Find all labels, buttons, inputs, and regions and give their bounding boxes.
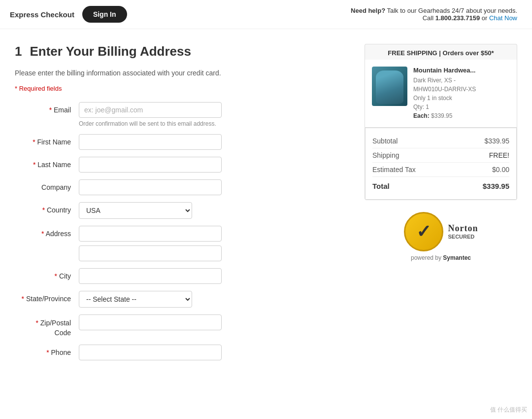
phone-input[interactable] — [79, 345, 222, 360]
state-select[interactable]: -- Select State -- — [79, 291, 192, 308]
header-left: Express Checkout Sign In — [10, 6, 127, 23]
symantec-text: powered by Symantec — [411, 254, 471, 261]
required-note: * Required fields — [15, 85, 345, 92]
product-stock: Only 1 in stock — [413, 94, 510, 103]
email-label: Email — [15, 102, 79, 114]
phone-field-group — [79, 345, 345, 360]
section-title: 1 Enter Your Billing Address — [15, 44, 345, 59]
state-row: State/Province -- Select State -- — [15, 291, 345, 308]
required-text: Required fields — [19, 85, 62, 92]
norton-badge: ✓ Norton SECURED powered by Symantec — [365, 212, 517, 261]
total-value: $339.95 — [483, 182, 509, 190]
order-totals: Subtotal $339.95 Shipping FREE! Estimate… — [365, 128, 517, 200]
each-label: Each: — [413, 112, 430, 119]
norton-label: Norton — [448, 223, 478, 234]
zip-input[interactable] — [79, 314, 222, 330]
need-help-text: Need help? — [351, 7, 385, 14]
help-line: Need help? Talk to our Gearheads 24/7 ab… — [351, 7, 517, 14]
phone-number: 1.800.233.7159 — [435, 14, 480, 22]
free-shipping-banner: FREE SHIPPING | Orders over $50* — [365, 44, 517, 60]
product-color-size: Dark River, XS - — [413, 76, 510, 85]
address-line2-input[interactable] — [79, 245, 222, 261]
product-sku: MHW010U-DARRIV-XS — [413, 85, 510, 94]
company-input[interactable] — [79, 179, 222, 195]
norton-icon: ✓ — [404, 212, 443, 251]
order-totals-inner: Subtotal $339.95 Shipping FREE! Estimate… — [365, 128, 517, 200]
first-name-field-group — [79, 134, 345, 150]
section-heading: Enter Your Billing Address — [30, 44, 191, 59]
jacket-shape — [376, 70, 403, 104]
shipping-value: FREE! — [489, 151, 509, 159]
norton-checkmark: ✓ — [416, 221, 431, 242]
help-description: Talk to our Gearheads 24/7 about your ne… — [385, 7, 517, 14]
product-info: Mountain Hardwea... Dark River, XS - MHW… — [413, 67, 510, 120]
form-description: Please enter the billing information ass… — [15, 69, 345, 77]
product-price: Each: $339.95 — [413, 111, 510, 120]
express-checkout-label: Express Checkout — [10, 10, 74, 19]
product-card: Mountain Hardwea... Dark River, XS - MHW… — [365, 60, 517, 128]
country-label: Country — [15, 202, 79, 214]
product-name: Mountain Hardwea... — [413, 67, 510, 74]
phone-row: Phone — [15, 345, 345, 360]
last-name-input[interactable] — [79, 157, 222, 173]
country-row: Country USA — [15, 202, 345, 219]
page-header: Express Checkout Sign In Need help? Talk… — [0, 0, 532, 29]
tax-label: Estimated Tax — [372, 166, 416, 174]
section-number: 1 — [15, 44, 22, 59]
each-price: $339.95 — [431, 112, 452, 119]
zip-label: Zip/Postal Code — [15, 314, 79, 338]
shipping-row: Shipping FREE! — [372, 148, 509, 163]
phone-label: Phone — [15, 345, 79, 356]
company-field-group — [79, 179, 345, 195]
chat-now-link[interactable]: Chat Now — [489, 14, 517, 22]
phone-line: Call 1.800.233.7159 or Chat Now — [351, 14, 517, 22]
state-field-group: -- Select State -- — [79, 291, 345, 308]
city-field-group — [79, 268, 345, 284]
zip-row: Zip/Postal Code — [15, 314, 345, 338]
address-line1-input[interactable] — [79, 226, 222, 242]
first-name-label: First Name — [15, 134, 79, 146]
call-label: Call — [423, 14, 435, 22]
city-input[interactable] — [79, 268, 222, 284]
first-name-row: First Name — [15, 134, 345, 150]
last-name-label: Last Name — [15, 157, 79, 169]
city-row: City — [15, 268, 345, 284]
or-label: or — [480, 14, 487, 22]
total-label: Total — [372, 182, 390, 190]
symantec-label: Symantec — [443, 254, 471, 261]
first-name-input[interactable] — [79, 134, 222, 150]
address-field-group — [79, 226, 345, 261]
powered-by-label: powered by — [411, 254, 443, 261]
product-qty: Qty: 1 — [413, 103, 510, 111]
tax-row: Estimated Tax $0.00 — [372, 163, 509, 177]
order-summary: FREE SHIPPING | Orders over $50* Mountai… — [365, 44, 517, 367]
zip-field-group — [79, 314, 345, 330]
norton-secured-label: SECURED — [448, 234, 478, 240]
email-hint: Order confirmation will be sent to this … — [79, 120, 345, 127]
total-row: Total $339.95 — [372, 177, 509, 193]
subtotal-row: Subtotal $339.95 — [372, 134, 509, 148]
company-label: Company — [15, 179, 79, 191]
main-layout: 1 Enter Your Billing Address Please ente… — [0, 29, 532, 382]
country-select[interactable]: USA — [79, 202, 192, 219]
header-right: Need help? Talk to our Gearheads 24/7 ab… — [351, 7, 517, 22]
address-label: Address — [15, 226, 79, 238]
billing-form-section: 1 Enter Your Billing Address Please ente… — [15, 44, 345, 367]
state-label: State/Province — [15, 291, 79, 303]
email-field-group: Order confirmation will be sent to this … — [79, 102, 345, 127]
email-row: Email Order confirmation will be sent to… — [15, 102, 345, 127]
product-image — [372, 67, 407, 106]
email-input[interactable] — [79, 102, 222, 118]
company-row: Company — [15, 179, 345, 195]
sign-in-button[interactable]: Sign In — [82, 6, 127, 23]
required-asterisk: * — [15, 85, 19, 92]
shipping-label: Shipping — [372, 151, 399, 159]
address-row: Address — [15, 226, 345, 261]
city-label: City — [15, 268, 79, 280]
norton-text: Norton SECURED — [448, 223, 478, 240]
subtotal-label: Subtotal — [372, 137, 398, 145]
subtotal-value: $339.95 — [484, 137, 509, 145]
last-name-row: Last Name — [15, 157, 345, 173]
tax-value: $0.00 — [492, 166, 509, 174]
country-field-group: USA — [79, 202, 345, 219]
